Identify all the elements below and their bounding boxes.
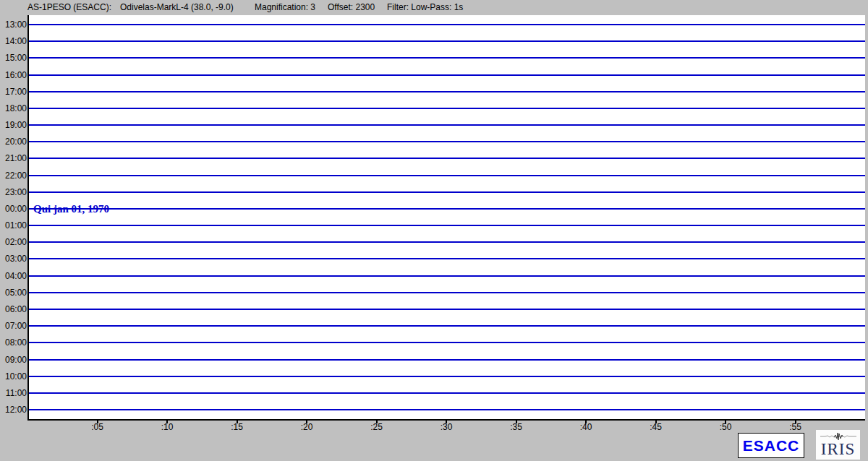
hour-label: 00:00 xyxy=(0,204,27,214)
station-id-label: AS-1PESO (ESACC): xyxy=(27,2,111,12)
iris-logo-text: IRIS xyxy=(821,441,855,457)
helicorder-plot-area[interactable]: Qui jan 01, 1970 xyxy=(27,15,865,421)
hour-trace-line xyxy=(29,241,865,243)
hour-trace-line xyxy=(29,74,865,76)
x-tick-label: :40 xyxy=(570,422,602,432)
x-tick-label: :35 xyxy=(501,422,532,432)
hour-label: 02:00 xyxy=(0,237,27,247)
x-tick-label: :45 xyxy=(640,422,672,432)
x-tick-label: :55 xyxy=(780,422,812,432)
hour-trace-line xyxy=(29,325,865,327)
hour-trace-line xyxy=(29,108,865,109)
hour-trace-line xyxy=(29,40,865,42)
hour-label: 16:00 xyxy=(0,70,27,80)
hour-label: 04:00 xyxy=(0,271,27,281)
hour-label: 23:00 xyxy=(0,187,27,197)
hour-trace-line xyxy=(29,359,865,361)
hour-trace-line xyxy=(29,91,865,92)
hour-label: 09:00 xyxy=(0,355,27,365)
hour-trace-line xyxy=(29,141,865,142)
hour-label: 21:00 xyxy=(0,153,27,163)
hour-label: 17:00 xyxy=(0,87,27,97)
esacc-logo: ESACC xyxy=(738,433,804,458)
hour-label: 18:00 xyxy=(0,103,27,113)
filter-readout: Filter: Low-Pass: 1s xyxy=(387,2,463,12)
hour-label: 11:00 xyxy=(0,388,27,398)
x-tick-label: :15 xyxy=(221,422,253,432)
hour-trace-line xyxy=(29,124,865,126)
hour-trace-line xyxy=(29,342,865,343)
hour-label: 03:00 xyxy=(0,254,27,264)
hour-label: 01:00 xyxy=(0,220,27,231)
hour-trace-line xyxy=(29,208,865,210)
hour-trace-line xyxy=(29,175,865,176)
hour-label: 13:00 xyxy=(0,20,27,30)
hour-trace-line xyxy=(29,309,865,310)
hour-label: 12:00 xyxy=(0,405,27,415)
hour-label: 15:00 xyxy=(0,53,27,63)
amaseis-helicorder-window: { "header": { "station": "AS-1PESO (ESAC… xyxy=(0,0,868,461)
x-tick-label: :20 xyxy=(291,422,323,432)
x-tick-label: :30 xyxy=(430,422,462,432)
hour-label: 14:00 xyxy=(0,36,27,46)
hour-label: 20:00 xyxy=(0,137,27,147)
hour-trace-line xyxy=(29,191,865,193)
esacc-logo-text: ESACC xyxy=(743,437,800,454)
hour-label: 06:00 xyxy=(0,304,27,314)
hour-trace-line xyxy=(29,225,865,226)
date-annotation: Qui jan 01, 1970 xyxy=(33,202,109,215)
hour-trace-line xyxy=(29,24,865,25)
iris-logo: IRIS xyxy=(816,430,860,460)
hour-trace-line xyxy=(29,409,865,410)
hour-label: 10:00 xyxy=(0,371,27,382)
hour-trace-line xyxy=(29,392,865,394)
x-tick-label: :10 xyxy=(151,422,183,432)
hour-label: 07:00 xyxy=(0,321,27,331)
hour-label: 08:00 xyxy=(0,337,27,348)
hour-trace-line xyxy=(29,275,865,277)
hour-trace-line xyxy=(29,292,865,293)
magnification-readout: Magnification: 3 xyxy=(255,2,315,12)
hour-trace-line xyxy=(29,258,865,259)
hour-trace-line xyxy=(29,57,865,59)
hour-label: 05:00 xyxy=(0,288,27,298)
hour-label: 22:00 xyxy=(0,171,27,181)
x-tick-label: :50 xyxy=(710,422,741,432)
hour-trace-line xyxy=(29,376,865,377)
instrument-label: Odivelas-MarkL-4 (38.0, -9.0) xyxy=(120,2,234,12)
hour-trace-line xyxy=(29,158,865,159)
x-tick-label: :25 xyxy=(361,422,393,432)
x-tick-label: :05 xyxy=(82,422,114,432)
hour-label: 19:00 xyxy=(0,120,27,130)
offset-readout: Offset: 2300 xyxy=(328,2,375,12)
